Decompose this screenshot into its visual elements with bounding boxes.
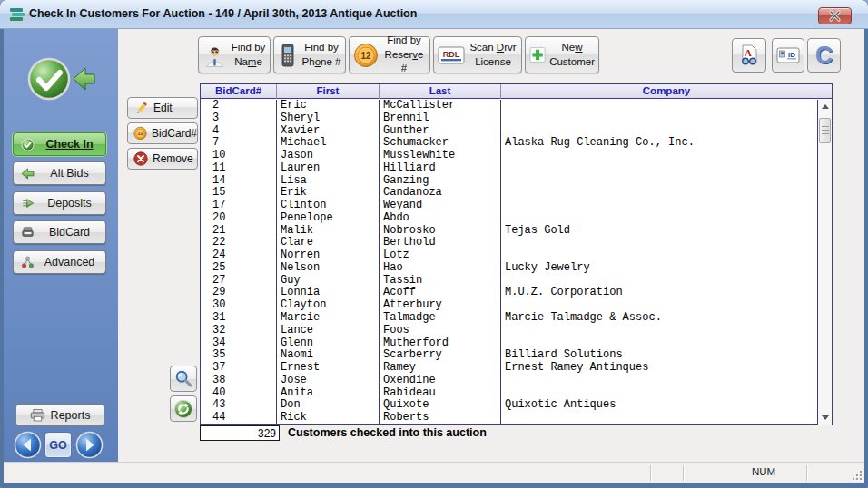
find-by-reserve-button[interactable]: 12 Find by Reserve # xyxy=(349,36,430,73)
remove-button[interactable]: Remove xyxy=(127,148,198,170)
table-row[interactable]: 30ClaytonAtterbury xyxy=(201,299,817,312)
cell-last: Musslewhite xyxy=(380,150,501,162)
customers-table: BidCard# First Last Company 2EricMcCalli… xyxy=(200,83,833,425)
table-row[interactable]: 4XavierGunther xyxy=(201,125,817,138)
close-button[interactable] xyxy=(818,7,852,24)
scroll-down-button[interactable] xyxy=(818,411,833,425)
reports-label: Reports xyxy=(51,409,91,422)
rdl-license-icon: RDL xyxy=(438,44,465,66)
table-row[interactable]: 11LaurenHilliard xyxy=(201,162,817,175)
cell-company xyxy=(501,112,817,125)
table-row[interactable]: 22ClareBerthold xyxy=(201,237,817,249)
new-customer-button[interactable]: New Customer xyxy=(525,36,599,73)
cell-company xyxy=(501,275,817,288)
cell-last: Lotz xyxy=(380,249,501,262)
green-plus-icon xyxy=(529,43,546,67)
new-customer-label: New Customer xyxy=(549,41,595,69)
edit-button[interactable]: Edit xyxy=(127,97,198,119)
sidebar-item-deposits[interactable]: Deposits xyxy=(13,191,106,215)
table-row[interactable]: 10JasonMusslewhite xyxy=(201,150,817,162)
cell-first: Don xyxy=(277,399,380,412)
cell-company xyxy=(501,299,817,312)
cell-bidcard: 4 xyxy=(201,125,277,138)
previous-button[interactable] xyxy=(14,431,42,459)
next-button[interactable] xyxy=(75,431,104,459)
search-grid-button[interactable] xyxy=(170,366,197,392)
table-row[interactable]: 35NaomiScarberryBilliard Solutions xyxy=(201,349,817,362)
sidebar-item-check-in[interactable]: Check In xyxy=(13,132,106,156)
cell-first: Lonnia xyxy=(277,287,380,299)
cell-first: Michael xyxy=(277,137,380,150)
bidcard-number-label: BidCard# xyxy=(152,127,197,140)
find-by-phone-button[interactable]: Find by Phone # xyxy=(273,36,346,73)
go-button[interactable]: GO xyxy=(44,432,72,458)
column-header-last[interactable]: Last xyxy=(380,84,501,99)
cell-company xyxy=(501,412,817,425)
cell-bidcard: 17 xyxy=(201,200,277,212)
c-module-button[interactable]: C xyxy=(807,38,841,73)
cell-company xyxy=(501,375,817,387)
cell-company xyxy=(501,212,817,225)
green-left-arrow-icon xyxy=(21,168,35,180)
scrollbar-thumb[interactable] xyxy=(819,118,831,143)
find-by-name-button[interactable]: Find by Name xyxy=(198,36,271,73)
table-row[interactable]: 37ErnestRameyErnest Ramey Antinques xyxy=(201,362,817,375)
bidcard-number-button[interactable]: 12 BidCard# xyxy=(127,122,198,144)
table-row[interactable]: 24NorrenLotz xyxy=(201,249,817,262)
cell-first: Marcie xyxy=(277,312,380,325)
table-row[interactable]: 31MarcieTalmadgeMarcie Talmadge & Assoc. xyxy=(201,312,817,325)
table-row[interactable]: 2EricMcCallister xyxy=(201,100,817,112)
scan-license-button[interactable]: RDL Scan Drvr License xyxy=(433,36,522,73)
cell-company: Tejas Gold xyxy=(501,225,817,238)
scroll-up-button[interactable] xyxy=(818,100,833,113)
cell-bidcard: 43 xyxy=(201,399,277,412)
resize-grip[interactable] xyxy=(851,469,862,480)
table-row[interactable]: 15ErikCandanoza xyxy=(201,187,817,200)
remove-x-icon xyxy=(133,151,148,166)
column-header-company[interactable]: Company xyxy=(501,84,832,99)
cell-last: Berthold xyxy=(380,237,501,249)
cell-last: Hilliard xyxy=(380,162,501,175)
table-row[interactable]: 32LanceFoos xyxy=(201,325,817,337)
cell-bidcard: 15 xyxy=(201,187,277,200)
table-row[interactable]: 38JoseOxendine xyxy=(201,375,817,387)
table-row[interactable]: 34GlennMutherford xyxy=(201,337,817,350)
find-text-button[interactable]: A xyxy=(732,38,766,73)
table-row[interactable]: 20PenelopeAbdo xyxy=(201,212,817,225)
table-row[interactable]: 25NelsonHaoLucky Jewelry xyxy=(201,262,817,275)
cell-company xyxy=(501,387,817,400)
table-row[interactable]: 3SherylBrennil xyxy=(201,112,817,125)
sidebar-item-alt-bids[interactable]: Alt Bids xyxy=(13,161,106,185)
cell-last: Schumacker xyxy=(380,137,501,150)
table-row[interactable]: 40AnitaRabideau xyxy=(201,387,817,400)
cell-phone-icon xyxy=(278,43,298,68)
cell-bidcard: 44 xyxy=(201,412,277,425)
sidebar-item-label: Alt Bids xyxy=(41,167,105,180)
svg-text:RDL: RDL xyxy=(443,50,460,59)
column-header-bidcard[interactable]: BidCard# xyxy=(201,84,277,99)
find-by-name-label: Find by Name xyxy=(231,41,266,69)
cell-company xyxy=(501,337,817,350)
cell-last: Gunther xyxy=(380,125,501,138)
cell-last: Mutherford xyxy=(380,337,501,350)
sidebar-item-advanced[interactable]: Advanced xyxy=(13,250,106,274)
statusbar-divider xyxy=(650,465,651,481)
vertical-scrollbar[interactable] xyxy=(817,100,832,425)
cell-first: Nelson xyxy=(277,262,380,275)
table-row[interactable]: 21MalikNobroskoTejas Gold xyxy=(201,225,817,238)
table-row[interactable]: 17ClintonWeyand xyxy=(201,200,817,212)
table-row[interactable]: 43DonQuixoteQuixotic Antiques xyxy=(201,399,817,412)
cell-first: Lisa xyxy=(277,175,380,188)
go-label: GO xyxy=(49,439,66,452)
photo-id-button[interactable]: ID xyxy=(772,38,804,73)
table-row[interactable]: 7MichaelSchumackerAlaska Rug Cleaning Co… xyxy=(201,137,817,150)
column-header-first[interactable]: First xyxy=(277,84,380,99)
table-row[interactable]: 44RickRoberts xyxy=(201,412,817,425)
reports-button[interactable]: Reports xyxy=(15,404,104,426)
table-row[interactable]: 14LisaGanzing xyxy=(201,175,817,188)
table-row[interactable]: 29LonniaAcoffM.U.Z. Corporation xyxy=(201,287,817,299)
refresh-button[interactable] xyxy=(170,395,197,422)
sidebar-item-bidcard[interactable]: BidCard xyxy=(13,220,106,244)
svg-text:ID: ID xyxy=(788,51,795,59)
table-row[interactable]: 27GuyTassin xyxy=(201,275,817,288)
